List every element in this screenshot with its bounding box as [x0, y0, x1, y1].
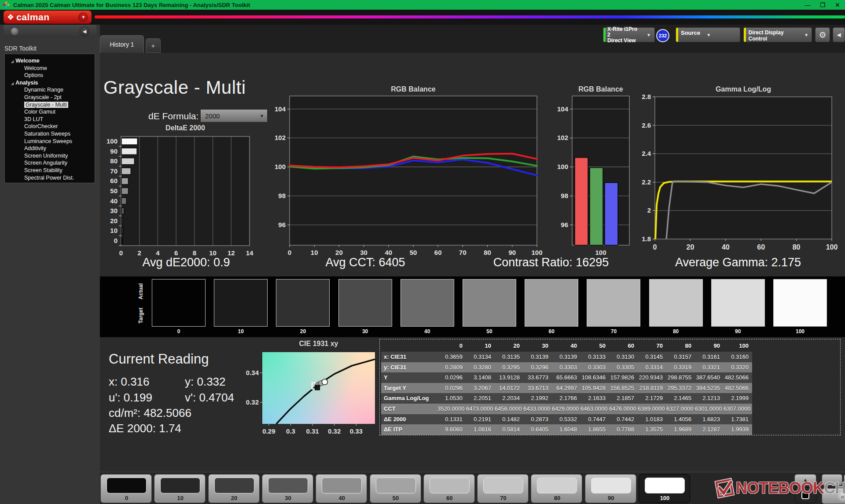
table-cell: 33.6713	[523, 383, 552, 394]
swatch-level-label: 90	[711, 328, 765, 335]
level-button-20[interactable]: 20	[208, 474, 260, 503]
svg-text:96: 96	[278, 221, 286, 228]
svg-text:1.8: 1.8	[642, 235, 651, 243]
level-button-50[interactable]: 50	[370, 474, 421, 503]
sidebar-item-grayscale-multi[interactable]: Grayscale - Multi	[5, 101, 95, 109]
de-formula-select[interactable]: 2000 ▼	[200, 109, 268, 122]
layout-toggle-button[interactable]	[794, 487, 816, 503]
column-header: 70	[638, 340, 666, 352]
panel-collapse-button[interactable]: ◀	[833, 27, 845, 42]
back-button[interactable]: « Back	[822, 488, 845, 504]
gear-icon[interactable]: ⚙	[815, 27, 830, 42]
tab-history-1[interactable]: History 1	[100, 35, 144, 53]
level-button-100[interactable]: 100	[639, 474, 690, 503]
level-button-10[interactable]: 10	[154, 474, 206, 503]
sidebar-item-color-gamut[interactable]: Color Gamut	[5, 108, 95, 116]
window-titlebar: Calman 2025 Calman Ultimate for Business…	[0, 0, 845, 10]
reading-v: v': 0.4704	[185, 391, 234, 405]
sidebar-collapse-button[interactable]: ◀	[79, 26, 90, 37]
column-header: 90	[695, 340, 724, 352]
meter-count-badge[interactable]: 232	[656, 29, 669, 42]
svg-text:0.29: 0.29	[262, 427, 275, 435]
svg-text:20: 20	[687, 243, 694, 251]
tree-group-welcome[interactable]: ◢Welcome	[5, 57, 95, 65]
sidebar-item-3d-lut[interactable]: 3D LUT	[5, 116, 95, 123]
swatch-level-label: 0	[152, 328, 206, 335]
display-control-dropdown[interactable]: Direct Display Control ▼	[743, 27, 812, 42]
table-cell: 1.0183	[638, 414, 666, 425]
level-swatch	[591, 478, 631, 493]
table-header-row: 0102030405060708090100	[381, 340, 752, 352]
sidebar-item-screen-angularity[interactable]: Screen Angularity	[5, 159, 95, 167]
svg-text:10: 10	[311, 249, 318, 256]
sidebar-item-screen-uniformity[interactable]: Screen Uniformity	[5, 152, 95, 160]
table-cell: 6429.0000	[552, 404, 580, 414]
tree-group-analysis[interactable]: ◢Analysis	[5, 79, 95, 87]
table-cell: 6456.0000	[495, 404, 523, 414]
grayscale-swatch-80	[649, 279, 703, 327]
meter-dropdown[interactable]: X-Rite i1Pro 2 Direct View ▼	[603, 27, 655, 42]
sidebar-item-spectral-power-dist-[interactable]: Spectral Power Dist.	[5, 174, 95, 182]
svg-text:60: 60	[757, 243, 765, 251]
table-cell: 6307.0000	[724, 404, 752, 414]
level-button-0[interactable]: 0	[100, 474, 152, 503]
transport-button-1[interactable]	[822, 474, 842, 486]
level-button-60[interactable]: 60	[423, 474, 475, 503]
source-label: Source	[678, 29, 703, 37]
sidebar-item-luminance-sweeps[interactable]: Luminance Sweeps	[5, 138, 95, 145]
level-label: 30	[262, 495, 314, 501]
tree-expander-icon[interactable]: ◢	[11, 81, 14, 85]
level-button-90[interactable]: 90	[585, 474, 636, 503]
table-row: ΔE 20000.13310.21910.14820.28730.53320.7…	[381, 414, 752, 425]
column-header: 100	[724, 340, 752, 352]
table-cell: 0.3134	[466, 352, 495, 362]
svg-text:0.32: 0.32	[328, 427, 341, 435]
grayscale-swatch-60	[525, 279, 578, 327]
sidebar-item-screen-stability[interactable]: Screen Stability	[5, 167, 95, 174]
minimize-icon[interactable]: —	[804, 2, 812, 8]
table-cell: 6473.0000	[466, 404, 495, 414]
chevron-down-icon[interactable]: ▼	[78, 12, 88, 22]
calman-menu-button[interactable]: ❖ calman ▼	[4, 11, 92, 24]
table-cell: 2.1465	[666, 393, 695, 404]
sidebar-item-label: ColorChecker	[24, 123, 58, 129]
close-icon[interactable]: ✕	[834, 2, 841, 8]
maximize-icon[interactable]: ❐	[819, 2, 827, 8]
collapse-up-button[interactable]: ▲	[794, 474, 816, 486]
chevron-down-icon: ▼	[703, 33, 714, 37]
level-button-70[interactable]: 70	[477, 474, 529, 503]
sidebar-item-dynamic-range[interactable]: Dynamic Range	[5, 86, 95, 94]
sidebar-item-saturation-sweeps[interactable]: Saturation Sweeps	[5, 130, 95, 138]
column-header: 20	[495, 340, 523, 352]
level-button-40[interactable]: 40	[316, 474, 367, 503]
sidebar-item-additivity[interactable]: Additivity	[5, 145, 95, 152]
chevron-left-icon: «	[838, 491, 845, 501]
measurement-table-container[interactable]: 0102030405060708090100x: CIE310.36590.31…	[379, 339, 841, 435]
table-cell: 2.1857	[609, 393, 638, 404]
table-row: CCT3520.00006473.00006456.00006433.00006…	[381, 404, 752, 414]
table-cell: 0.3139	[523, 352, 552, 362]
table-cell: 0.3139	[552, 352, 580, 362]
grayscale-swatch-100	[773, 279, 827, 327]
level-button-30[interactable]: 30	[262, 474, 313, 503]
table-cell: 0.0296	[437, 383, 466, 394]
source-dropdown[interactable]: Source ▼	[676, 27, 740, 42]
sidebar-item-colorchecker[interactable]: ColorChecker	[5, 123, 95, 130]
sidebar-item-grayscale-2pt[interactable]: Grayscale - 2pt	[5, 94, 95, 101]
calman-logo-icon: ❖	[7, 12, 14, 22]
level-button-80[interactable]: 80	[531, 474, 582, 503]
svg-text:0.32: 0.32	[246, 398, 259, 406]
sidebar-item-welcome[interactable]: Welcome	[5, 65, 95, 72]
chevron-down-icon: ▼	[643, 33, 654, 37]
grayscale-swatch-50	[463, 279, 516, 327]
table-cell: 0.3161	[695, 352, 724, 362]
svg-text:RGB Balance: RGB Balance	[391, 85, 435, 93]
table-cell: 2.1766	[552, 393, 580, 404]
level-label: 10	[154, 495, 206, 501]
add-tab-button[interactable]: +	[146, 38, 161, 53]
reading-u: u': 0.199	[109, 391, 152, 405]
sidebar-item-options[interactable]: Options	[5, 72, 95, 79]
table-cell: 13.9128	[495, 372, 523, 383]
tree-expander-icon[interactable]: ◢	[11, 59, 14, 63]
svg-text:100: 100	[595, 249, 606, 256]
